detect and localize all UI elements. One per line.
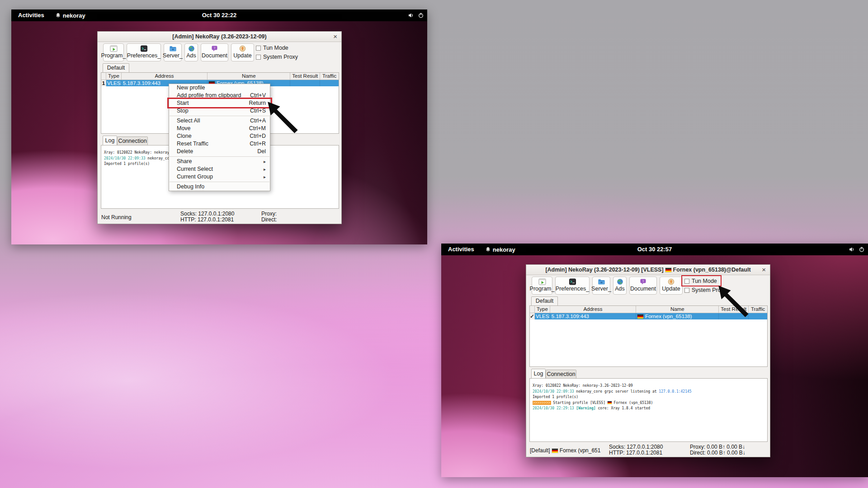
window-title: [Admin] NekoRay (3.26-2023-12-09) [VLESS… [545,267,663,273]
screenshot-2: Activities nekoray Oct 30 22:57 [Admin] … [441,244,868,477]
window-title-profile: Fornex (vpn_65138)@Default [673,267,751,273]
submenu-arrow-icon: ▸ [264,158,266,165]
preferences-button[interactable]: Preferences_ [127,43,161,61]
menu-item-delete[interactable]: DeleteDel [169,148,270,155]
col-test-result[interactable]: Test Result [290,73,320,80]
svg-text:?: ? [214,47,216,50]
tab-log[interactable]: Log [531,369,546,379]
update-button[interactable]: Update [231,43,254,61]
tab-default[interactable]: Default [103,63,129,72]
table-header: Type Address Name Test Result Traffic [101,73,339,80]
col-address[interactable]: Address [550,306,636,313]
germany-flag-icon [552,449,558,453]
menu-separator [170,182,269,182]
ads-button[interactable]: Ads [613,277,627,295]
volume-icon[interactable] [849,247,855,252]
server-folder-icon [169,45,177,52]
program-button[interactable]: Program_ [103,43,124,61]
tun-mode-checkbox[interactable]: Tun Mode [256,45,288,51]
preferences-button[interactable]: Preferences_ [555,277,590,295]
tab-connection[interactable]: Connection [546,370,576,379]
menu-item-move[interactable]: MoveCtrl+M [169,125,270,132]
col-rownum[interactable] [530,306,535,313]
ads-globe-icon [188,45,195,52]
log-output: Xray: 0120822 NekoRay: nekoray-3.26-2023… [529,378,768,442]
annotation-arrow-tun-mode [718,285,753,320]
system-proxy-checkbox[interactable]: System Proxy [256,54,298,60]
submenu-arrow-icon: ▸ [264,173,266,181]
tun-mode-checkbox-box [256,46,261,51]
menu-separator [170,156,269,157]
menu-item-reset-traffic[interactable]: Reset TrafficCtrl+R [169,140,270,148]
col-traffic[interactable]: Traffic [320,73,339,80]
col-type[interactable]: Type [535,306,550,313]
menu-item-clone[interactable]: CloneCtrl+D [169,132,270,140]
server-folder-icon [598,278,605,285]
gnome-topbar: Activities nekoray Oct 30 22:22 [11,9,427,21]
close-button[interactable]: × [762,265,766,275]
document-bubble-icon: ? [639,278,647,285]
window-titlebar[interactable]: [Admin] NekoRay (3.26-2023-12-09) [VLESS… [526,265,770,275]
status-active-profile: [Default] Fornex (vpn_651 [530,447,600,454]
program-icon [110,45,118,52]
highlight-box-tun-mode [681,275,722,286]
menu-item-select-all[interactable]: Select AllCtrl+A [169,117,270,125]
log-line: >>>>>>>> Starting profile [VLESS] Fornex… [533,400,767,406]
log-line: Imported 1 profile(s) [533,394,767,400]
menu-item-current-select[interactable]: Current Select▸ [169,165,270,173]
tab-default[interactable]: Default [531,296,558,305]
server-button[interactable]: Server_ [164,43,182,61]
menu-item-debug-info[interactable]: Debug Info [169,183,270,191]
ads-globe-icon [616,278,624,285]
germany-flag-icon [665,268,671,272]
status-listen-addresses: Socks: 127.0.0.1:2080 HTTP: 127.0.0.1:20… [609,444,663,456]
system-proxy-checkbox-box [256,55,261,60]
status-traffic: Proxy: Direct: [261,211,277,223]
status-listen-addresses: Socks: 127.0.0.1:2080 HTTP: 127.0.0.1:20… [180,211,234,223]
germany-flag-icon [637,314,643,319]
gnome-topbar: Activities nekoray Oct 30 22:57 [441,244,868,255]
col-address[interactable]: Address [122,73,208,80]
status-bar: [Default] Fornex (vpn_651 Socks: 127.0.0… [526,443,770,457]
log-line: 2024/10/30 22:29:13 [Warning] core: Xray… [533,406,767,412]
power-icon[interactable] [418,13,424,18]
status-bar: Not Running Socks: 127.0.0.1:2080 HTTP: … [98,210,341,224]
system-proxy-checkbox-box [684,288,689,293]
program-icon [538,278,546,285]
document-button[interactable]: ? Document [201,43,228,61]
menu-item-new-profile[interactable]: New profile [169,84,270,92]
document-bubble-icon: ? [211,45,218,52]
col-name[interactable]: Name [208,73,290,80]
running-check-icon: ✓ [530,313,535,319]
tab-connection[interactable]: Connection [117,136,148,145]
col-rownum[interactable] [101,73,106,80]
screenshot-1: Activities nekoray Oct 30 22:22 [Admin] … [11,9,427,244]
annotation-arrow-start [267,101,302,136]
log-line: Xray: 0120822 NekoRay: nekoray-3.26-2023… [533,383,767,389]
update-button[interactable]: Update [660,277,683,295]
log-line: 2024/10/30 22:09:33 nekoray_core grpc se… [533,389,767,395]
volume-icon[interactable] [408,13,414,18]
status-running-state: Not Running [101,214,132,221]
close-button[interactable]: × [333,32,337,42]
tab-log[interactable]: Log [103,136,117,145]
col-name[interactable]: Name [636,306,719,313]
preferences-icon [140,45,148,52]
svg-text:?: ? [642,280,644,283]
menu-item-share[interactable]: Share▸ [169,158,270,165]
col-type[interactable]: Type [106,73,122,80]
document-button[interactable]: ? Document [629,277,657,295]
program-button[interactable]: Program_ [532,277,552,295]
ads-button[interactable]: Ads [184,43,198,61]
clock[interactable]: Oct 30 22:57 [441,244,868,255]
window-titlebar[interactable]: [Admin] NekoRay (3.26-2023-12-09) × [98,32,341,42]
starting-badge: >>>>>>>> [533,401,551,405]
server-button[interactable]: Server_ [592,277,610,295]
highlight-box-start [167,98,272,108]
power-icon[interactable] [859,247,864,252]
preferences-icon [569,278,576,285]
menu-item-current-group[interactable]: Current Group▸ [169,173,270,181]
clock[interactable]: Oct 30 22:22 [11,9,427,21]
menu-separator [170,116,269,116]
germany-flag-icon [608,401,612,404]
